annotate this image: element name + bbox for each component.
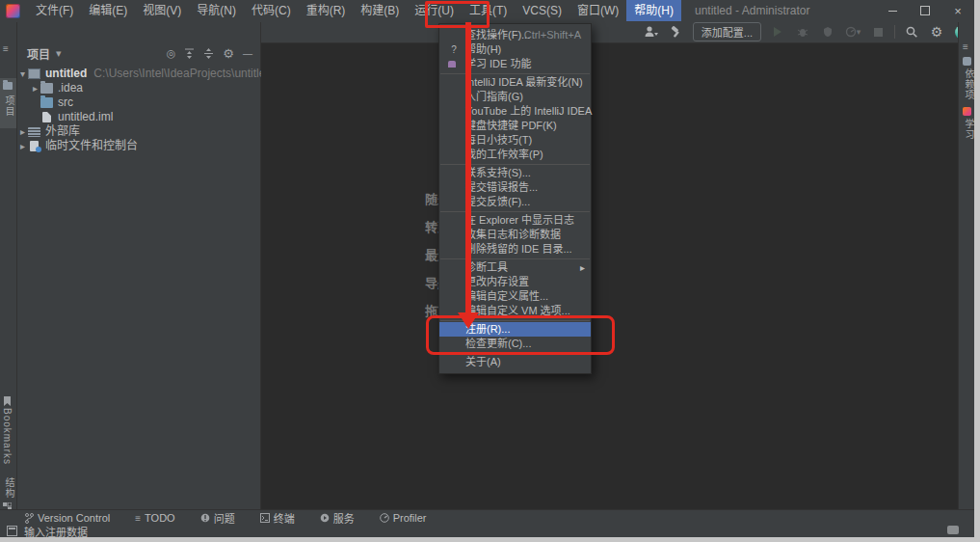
todo-list-icon: ≡ <box>135 513 141 524</box>
scratch-file-icon <box>30 141 39 151</box>
ide-window: 文件(F) 编辑(E) 视图(V) 导航(N) 代码(C) 重构(R) 构建(B… <box>0 0 974 537</box>
toolwindow-toggle-icon[interactable] <box>7 526 17 536</box>
chevron-down-icon[interactable]: ▾ <box>56 47 62 60</box>
menu-item-learn-ide[interactable]: 学习 IDE 功能 <box>439 57 591 71</box>
menu-item-delete-leftover-dirs[interactable]: 删除残留的 IDE 目录... <box>439 242 591 257</box>
close-button[interactable]: × <box>941 0 974 21</box>
hide-panel-icon[interactable]: — <box>243 48 252 59</box>
tree-row-idea-folder[interactable]: ▸ .idea <box>17 81 260 95</box>
event-log-balloon-icon[interactable] <box>947 526 959 534</box>
build-hammer-icon[interactable] <box>668 23 685 41</box>
tree-row-iml-file[interactable]: untitled.iml <box>17 110 260 124</box>
toolwindow-button-version-control[interactable]: Version Control <box>25 512 110 524</box>
window-controls: × <box>876 0 974 21</box>
intellij-logo-icon <box>6 4 20 18</box>
debug-bug-icon[interactable] <box>794 23 811 41</box>
panel-settings-gear-icon[interactable]: ⚙ <box>223 46 234 61</box>
tree-row-scratches[interactable]: ▸ 临时文件和控制台 <box>17 139 260 153</box>
menu-vcs[interactable]: VCS(S) <box>515 0 569 21</box>
project-tool-window: 项目 ▾ ◎ ⚙ — ▾ untitle <box>17 22 261 509</box>
editor-area[interactable]: 随处搜索双击 Shift 转到文件Ctrl+Shift+N 最近的文件Ctrl+… <box>261 43 958 509</box>
expand-all-icon[interactable] <box>184 48 195 59</box>
menu-help[interactable]: 帮助(H) <box>626 0 681 21</box>
tree-row-project-root[interactable]: ▾ untitled C:\Users\Intel\IdeaProjects\u… <box>17 67 260 81</box>
toolwindow-button-profiler[interactable]: Profiler <box>380 512 427 524</box>
annotation-box-register-item <box>426 315 615 355</box>
menu-item-tip-of-day[interactable]: 每日小技巧(T) <box>439 133 591 148</box>
menu-edit[interactable]: 编辑(E) <box>81 0 135 21</box>
menu-file[interactable]: 文件(F) <box>28 0 81 21</box>
tree-item-label: src <box>58 95 73 110</box>
tree-row-external-libraries[interactable]: ▸ 外部库 <box>17 124 260 139</box>
menu-item-whats-new[interactable]: IntelliJ IDEA 最新变化(N) <box>439 75 591 90</box>
project-stripe-icon <box>3 82 13 90</box>
maximize-icon <box>920 6 930 15</box>
menu-item-change-memory[interactable]: 更改内存设置 <box>439 275 591 289</box>
maximize-button[interactable] <box>909 0 941 21</box>
search-everywhere-icon[interactable] <box>903 23 920 41</box>
settings-gear-icon[interactable]: ⚙ <box>928 23 945 41</box>
menu-item-collect-logs[interactable]: 收集日志和诊断数据 <box>439 228 591 242</box>
tree-item-label: 外部库 <box>45 124 80 139</box>
run-icon[interactable] <box>769 23 786 41</box>
toolbar-right-group: 添加配置... ▾ ⚙ <box>643 21 970 42</box>
menu-window[interactable]: 窗口(W) <box>569 0 626 21</box>
add-configuration-button[interactable]: 添加配置... <box>693 22 761 41</box>
menu-code[interactable]: 代码(C) <box>244 0 299 21</box>
menu-item-youtube[interactable]: YouTube 上的 IntelliJ IDEA <box>439 104 591 119</box>
menu-item-find-action[interactable]: Ctrl+Shift+A 查找操作(F)... <box>439 28 591 42</box>
stripe-button-project[interactable]: 项目 <box>2 95 16 117</box>
tree-row-src-folder[interactable]: src <box>17 95 260 110</box>
menu-build[interactable]: 构建(B) <box>353 0 407 21</box>
toolwindow-button-problems[interactable]: 问题 <box>200 510 235 526</box>
coverage-icon[interactable] <box>819 23 836 41</box>
locate-file-icon[interactable]: ◎ <box>167 47 176 60</box>
menu-item-submit-feedback[interactable]: 提交反馈(F)... <box>439 195 591 209</box>
folder-icon <box>40 83 53 94</box>
toolwindow-button-terminal[interactable]: 终端 <box>260 510 295 526</box>
toolwindow-button-todo[interactable]: ≡ TODO <box>135 512 174 524</box>
chevron-down-icon: ▾ <box>857 27 861 37</box>
menu-item-help[interactable]: ? 帮助(H) <box>439 42 591 57</box>
tree-item-label: 临时文件和控制台 <box>45 139 138 153</box>
stripe-button-structure[interactable]: 结构 <box>2 477 16 499</box>
menu-item-getting-started[interactable]: 入门指南(G) <box>439 90 591 104</box>
menu-item-submit-bug[interactable]: 提交错误报告... <box>439 180 591 195</box>
chevron-right-icon[interactable]: ▸ <box>17 139 28 153</box>
left-toolwindow-stripe: ≡ 项目 Bookmarks 结构 <box>0 22 17 509</box>
menu-separator <box>440 258 590 259</box>
project-folder-icon <box>28 68 40 79</box>
chevron-right-icon[interactable]: ▸ <box>17 124 28 139</box>
menu-navigate[interactable]: 导航(N) <box>189 0 244 21</box>
toolbar-divider <box>894 25 895 39</box>
stop-icon[interactable] <box>869 23 887 41</box>
collapse-all-icon[interactable] <box>203 48 214 59</box>
menu-item-show-log[interactable]: 在 Explorer 中显示日志 <box>439 213 591 228</box>
toolwindow-button-services[interactable]: 服务 <box>320 510 355 526</box>
profiler-dropdown-icon[interactable]: ▾ <box>844 23 861 41</box>
windows-layout-icon[interactable]: ≡ <box>963 41 968 52</box>
windows-layout-icon[interactable]: ≡ <box>3 43 9 54</box>
menu-refactor[interactable]: 重构(R) <box>299 0 354 21</box>
menu-item-diagnostic-tools[interactable]: 诊断工具 ▸ <box>439 260 591 275</box>
menu-item-contact-support[interactable]: 联系支持(S)... <box>439 166 591 180</box>
menu-item-edit-custom-properties[interactable]: 编辑自定义属性... <box>439 289 591 304</box>
annotation-arrow-shaft <box>465 22 471 312</box>
menu-view[interactable]: 视图(V) <box>135 0 189 21</box>
stripe-button-bookmarks[interactable]: Bookmarks <box>2 408 13 465</box>
chevron-right-icon[interactable]: ▸ <box>30 81 40 95</box>
learn-plugin-icon <box>963 107 971 116</box>
menu-item-productivity[interactable]: 我的工作效率(P) <box>439 148 591 162</box>
menu-separator <box>440 211 590 212</box>
menu-item-keymap-pdf[interactable]: 键盘快捷键 PDF(K) <box>439 119 591 133</box>
project-panel-header: 项目 ▾ ◎ ⚙ — <box>17 41 260 65</box>
menu-item-about[interactable]: 关于(A) <box>439 355 591 369</box>
project-panel-title[interactable]: 项目 <box>27 45 50 62</box>
services-icon <box>320 513 330 523</box>
menu-separator <box>440 164 590 165</box>
menu-bar: 文件(F) 编辑(E) 视图(V) 导航(N) 代码(C) 重构(R) 构建(B… <box>28 0 681 21</box>
chevron-down-icon[interactable]: ▾ <box>17 67 28 81</box>
screenshot-root: 文件(F) 编辑(E) 视图(V) 导航(N) 代码(C) 重构(R) 构建(B… <box>0 0 980 542</box>
minimize-button[interactable] <box>876 0 909 21</box>
code-with-me-user-icon[interactable] <box>643 23 660 41</box>
